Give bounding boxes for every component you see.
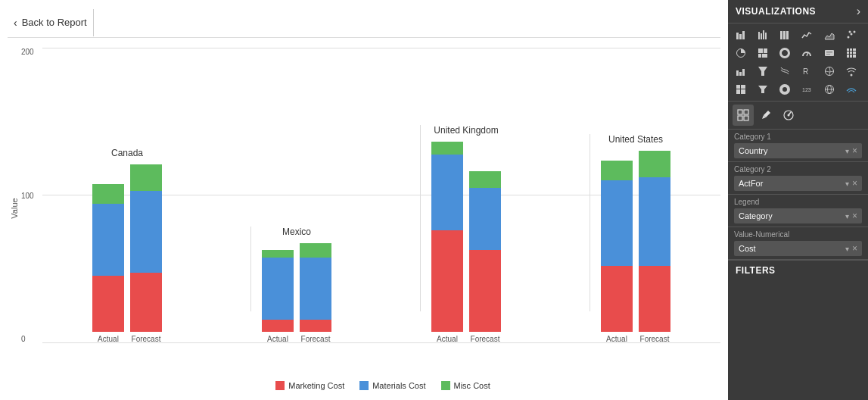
bar-group: Actual	[431, 142, 463, 343]
svg-point-12	[853, 31, 855, 33]
viz-icon-wifi[interactable]	[843, 63, 860, 80]
bar-stack[interactable]	[262, 250, 294, 332]
bar-stack[interactable]	[431, 142, 463, 332]
country-group-mexico: MexicoActualForecast	[262, 227, 331, 343]
country-title: Mexico	[282, 227, 311, 237]
viz-icon-line[interactable]	[798, 27, 815, 43]
viz-icon-kpi[interactable]: 123	[798, 81, 815, 98]
back-to-report-button[interactable]: ‹ Back to Report	[8, 9, 94, 36]
viz-panel-title: VISUALIZATIONS	[736, 6, 816, 17]
category1-field-remove-icon[interactable]: ×	[852, 145, 857, 156]
bar-stack[interactable]	[300, 243, 331, 332]
category1-field-box[interactable]: Country▾×	[734, 143, 862, 158]
viz-icon-signal[interactable]	[843, 81, 860, 98]
viz-panel-header: VISUALIZATIONS ›	[728, 0, 868, 23]
value-field-value: Cost	[739, 244, 756, 253]
fields-tool-button[interactable]	[733, 105, 754, 126]
svg-point-13	[848, 31, 851, 33]
category1-field-chevron-icon[interactable]: ▾	[845, 147, 849, 155]
legend-field-box[interactable]: Category▾×	[734, 208, 862, 223]
category2-field-value: ActFor	[739, 179, 763, 188]
svg-rect-53	[738, 116, 742, 120]
legend-color-swatch	[359, 381, 369, 390]
svg-rect-8	[783, 31, 786, 39]
viz-icon-clustered-bar[interactable]	[754, 27, 771, 43]
svg-rect-54	[744, 116, 748, 120]
bar-group: Forecast	[639, 151, 670, 343]
value-field-label: Value-Numerical	[734, 230, 862, 239]
svg-rect-0	[736, 33, 739, 39]
svg-rect-22	[826, 52, 832, 53]
category2-field-chevron-icon[interactable]: ▾	[845, 180, 849, 188]
svg-rect-42	[736, 89, 740, 94]
svg-rect-6	[765, 33, 767, 39]
viz-icon-globe[interactable]	[821, 81, 838, 98]
svg-rect-26	[853, 48, 856, 51]
viz-icon-ring[interactable]	[776, 81, 793, 98]
viz-icon-pie[interactable]	[733, 45, 749, 61]
viz-icon-table2[interactable]	[733, 81, 749, 98]
category2-field-box[interactable]: ActFor▾×	[734, 176, 862, 191]
bar-segment	[601, 161, 633, 180]
viz-icon-area[interactable]	[821, 27, 838, 43]
bar-stack[interactable]	[639, 151, 670, 332]
category2-field-remove-icon[interactable]: ×	[852, 178, 857, 189]
value-field-remove-icon[interactable]: ×	[852, 243, 857, 254]
svg-rect-2	[742, 31, 745, 39]
bar-label: Actual	[267, 335, 288, 343]
viz-icon-stacked-bar[interactable]	[733, 27, 749, 43]
viz-icon-text[interactable]: R	[798, 63, 815, 80]
bar-segment	[262, 258, 294, 320]
bar-segment	[262, 320, 294, 332]
bar-stack[interactable]	[130, 164, 162, 332]
viz-icon-100pct-bar[interactable]	[776, 27, 793, 43]
bar-label: Actual	[606, 335, 627, 343]
viz-panel-expand-icon[interactable]: ›	[857, 5, 860, 18]
bar-stack[interactable]	[469, 171, 501, 332]
svg-point-10	[847, 36, 849, 39]
category2-field-label: Category 2	[734, 165, 862, 173]
viz-icon-waterfall[interactable]	[733, 63, 749, 80]
viz-icon-card[interactable]	[821, 45, 838, 61]
bar-segment	[300, 320, 331, 332]
viz-icon-gauge[interactable]	[798, 45, 815, 61]
viz-icon-funnel[interactable]	[754, 63, 771, 80]
svg-rect-52	[744, 110, 748, 114]
bar-segment	[92, 276, 124, 332]
viz-icon-matrix[interactable]	[843, 45, 860, 61]
svg-point-57	[788, 114, 790, 117]
legend-field-chevron-icon[interactable]: ▾	[845, 212, 849, 220]
svg-marker-44	[758, 86, 767, 93]
bar-stack[interactable]	[92, 184, 124, 332]
viz-icon-filter2[interactable]	[754, 81, 771, 98]
bar-segment	[262, 250, 294, 258]
legend-color-swatch	[441, 381, 450, 390]
viz-icon-donut[interactable]	[776, 45, 793, 61]
legend-field-label: Legend	[734, 198, 862, 206]
value-field-chevron-icon[interactable]: ▾	[845, 245, 849, 253]
bar-stack[interactable]	[601, 161, 633, 332]
chart-legend: Marketing CostMaterials CostMisc Cost	[8, 377, 720, 390]
legend-color-swatch	[275, 381, 285, 390]
y-tick-0: 0	[21, 335, 42, 343]
svg-rect-4	[761, 33, 762, 39]
viz-icon-scatter[interactable]	[843, 27, 860, 43]
value-field-box[interactable]: Cost▾×	[734, 241, 862, 256]
analytics-tool-button[interactable]	[778, 105, 799, 126]
bar-segment	[130, 191, 162, 273]
bar-segment	[639, 266, 670, 332]
format-tool-button[interactable]	[755, 105, 776, 126]
y-tick-100: 100	[21, 192, 42, 200]
viz-icon-treemap[interactable]	[754, 45, 771, 61]
legend-field-remove-icon[interactable]: ×	[852, 211, 857, 221]
bar-segment	[469, 171, 501, 188]
viz-icon-ribbon[interactable]	[776, 63, 793, 80]
svg-rect-40	[736, 85, 740, 89]
value-field-section: Value-NumericalCost▾×	[728, 227, 868, 260]
bar-segment	[431, 142, 463, 155]
legend-item: Materials Cost	[359, 381, 425, 390]
svg-rect-41	[741, 85, 745, 89]
bar-segment	[300, 258, 331, 320]
viz-icon-map[interactable]	[821, 63, 838, 80]
svg-rect-18	[762, 54, 767, 58]
